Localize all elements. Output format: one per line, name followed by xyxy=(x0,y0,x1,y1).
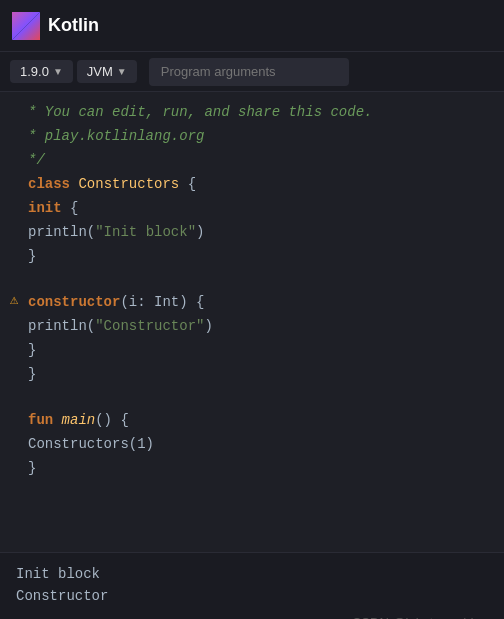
code-line: * play.kotlinlang.org xyxy=(0,124,504,148)
output-line: Constructor xyxy=(16,585,488,607)
code-line xyxy=(0,386,504,408)
code-token: Constructors xyxy=(78,176,187,192)
logo-area: Kotlin xyxy=(12,12,492,40)
code-token: { xyxy=(188,176,196,192)
version-chevron-icon: ▼ xyxy=(53,66,63,77)
code-token: } xyxy=(28,248,36,264)
code-line: fun main() { xyxy=(0,408,504,432)
code-token: } xyxy=(28,342,36,358)
code-token: "Init block" xyxy=(95,224,196,240)
code-line: println("Init block") xyxy=(0,220,504,244)
code-line: */ xyxy=(0,148,504,172)
jvm-chevron-icon: ▼ xyxy=(117,66,127,77)
watermark: CSDN @labsteranddog xyxy=(352,615,488,619)
code-token: class xyxy=(28,176,78,192)
code-token: (i: Int) { xyxy=(120,294,204,310)
output-line: Init block xyxy=(16,563,488,585)
code-line: } xyxy=(0,456,504,480)
code-line: } xyxy=(0,362,504,386)
version-label: 1.9.0 xyxy=(20,64,49,79)
code-token: { xyxy=(70,200,78,216)
code-content: } xyxy=(28,363,504,385)
code-content: init { xyxy=(28,197,504,219)
code-line xyxy=(0,268,504,290)
kotlin-logo-icon xyxy=(12,12,40,40)
code-line: class Constructors { xyxy=(0,172,504,196)
code-content: * You can edit, run, and share this code… xyxy=(28,101,504,123)
toolbar: 1.9.0 ▼ JVM ▼ xyxy=(0,52,504,92)
code-content: constructor(i: Int) { xyxy=(28,291,504,313)
code-content: } xyxy=(28,245,504,267)
code-content: } xyxy=(28,339,504,361)
code-token: println( xyxy=(28,318,95,334)
code-content: println("Init block") xyxy=(28,221,504,243)
code-content: fun main() { xyxy=(28,409,504,431)
code-content: class Constructors { xyxy=(28,173,504,195)
code-line: } xyxy=(0,244,504,268)
code-token: You can edit, run, and share this code. xyxy=(45,104,373,120)
code-editor: * You can edit, run, and share this code… xyxy=(0,92,504,552)
code-content: * play.kotlinlang.org xyxy=(28,125,504,147)
code-content: */ xyxy=(28,149,504,171)
kotlin-logo-text: Kotlin xyxy=(48,15,99,36)
code-line: * You can edit, run, and share this code… xyxy=(0,100,504,124)
code-content: println("Constructor") xyxy=(28,315,504,337)
header: Kotlin xyxy=(0,0,504,52)
code-token: Constructors(1) xyxy=(28,436,154,452)
code-token: fun xyxy=(28,412,62,428)
program-args-input[interactable] xyxy=(149,58,349,86)
code-token: */ xyxy=(28,152,45,168)
code-token: ) xyxy=(196,224,204,240)
code-token: } xyxy=(28,460,36,476)
warning-icon: ⚠ xyxy=(10,291,18,308)
code-line: println("Constructor") xyxy=(0,314,504,338)
version-selector[interactable]: 1.9.0 ▼ xyxy=(10,60,73,83)
jvm-selector[interactable]: JVM ▼ xyxy=(77,60,137,83)
code-token: * xyxy=(28,104,45,120)
line-indicator: ⚠ xyxy=(0,291,28,308)
code-line: } xyxy=(0,338,504,362)
code-token: ) xyxy=(204,318,212,334)
output-panel: Init blockConstructorCSDN @labsteranddog xyxy=(0,552,504,619)
code-token: main xyxy=(62,412,96,428)
code-content: Constructors(1) xyxy=(28,433,504,455)
code-token: constructor xyxy=(28,294,120,310)
code-token: println( xyxy=(28,224,95,240)
code-token: init xyxy=(28,200,70,216)
code-token: } xyxy=(28,366,36,382)
code-line: init { xyxy=(0,196,504,220)
code-token: * play.kotlinlang.org xyxy=(28,128,204,144)
code-content: } xyxy=(28,457,504,479)
code-token: "Constructor" xyxy=(95,318,204,334)
code-line: ⚠ constructor(i: Int) { xyxy=(0,290,504,314)
code-token: () { xyxy=(95,412,129,428)
jvm-label: JVM xyxy=(87,64,113,79)
code-line: Constructors(1) xyxy=(0,432,504,456)
